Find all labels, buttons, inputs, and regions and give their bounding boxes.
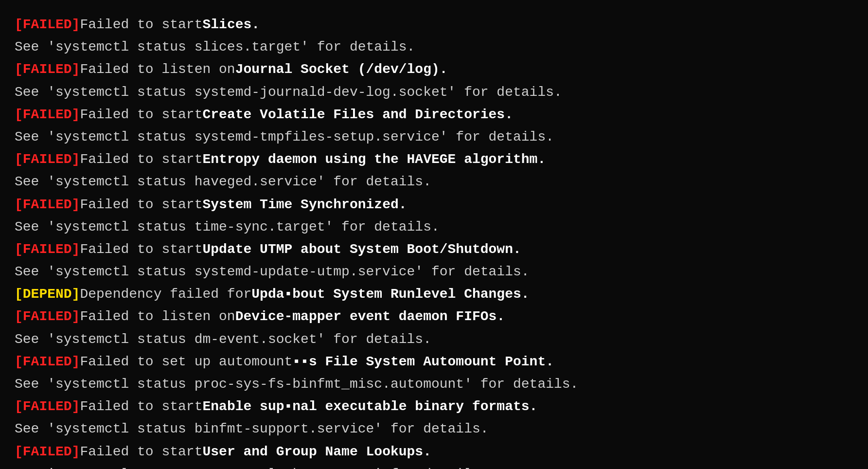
terminal-line: See 'systemctl status systemd-tmpfiles-s…: [15, 126, 853, 148]
terminal-line: See 'systemctl status dm-event.socket' f…: [15, 328, 853, 351]
terminal-line: [FAILED] Failed to start Update UTMP abo…: [15, 238, 853, 261]
terminal-line: [FAILED] Failed to set up automount ▪▪s …: [15, 351, 853, 373]
terminal-line: [DEPEND] Dependency failed for Upda▪bout…: [15, 283, 853, 306]
normal-text: Failed to start: [80, 194, 202, 216]
terminal-line: [FAILED] Failed to start Enable sup▪nal …: [15, 396, 853, 418]
normal-text: See 'systemctl status haveged.service' f…: [15, 171, 431, 193]
terminal-line: [FAILED] Failed to start Create Volatile…: [15, 104, 853, 126]
normal-text: Failed to listen on: [80, 306, 235, 328]
normal-text: See 'systemctl status slices.target' for…: [15, 36, 415, 58]
normal-text: See 'systemctl status systemd-update-utm…: [15, 261, 530, 283]
terminal-line: [FAILED] Failed to start Slices.: [15, 14, 853, 36]
bold-message: Upda▪bout System Runlevel Changes.: [251, 283, 529, 306]
normal-text: See 'systemctl status proc-sys-fs-binfmt…: [15, 373, 578, 396]
terminal-line: See 'systemctl status systemd-journald-d…: [15, 81, 853, 104]
failed-tag: [FAILED]: [15, 441, 80, 463]
terminal-line: [FAILED] Failed to listen on Device-mapp…: [15, 306, 853, 328]
depend-tag: [DEPEND]: [15, 283, 80, 306]
normal-text: Failed to start: [80, 396, 202, 418]
terminal-line: See 'systemctl status binfmt-support.ser…: [15, 418, 853, 440]
failed-tag: [FAILED]: [15, 306, 80, 328]
normal-text: See 'systemctl status nss-user-lookup.ta…: [15, 463, 489, 469]
normal-text: See 'systemctl status systemd-journald-d…: [15, 81, 562, 104]
terminal-line: See 'systemctl status systemd-update-utm…: [15, 261, 853, 283]
terminal-line: See 'systemctl status proc-sys-fs-binfmt…: [15, 373, 853, 396]
terminal-line: See 'systemctl status haveged.service' f…: [15, 171, 853, 193]
normal-text: Failed to start: [80, 148, 202, 171]
terminal-line: See 'systemctl status time-sync.target' …: [15, 216, 853, 238]
terminal-line: See 'systemctl status slices.target' for…: [15, 36, 853, 58]
bold-message: Update UTMP about System Boot/Shutdown.: [202, 238, 521, 261]
terminal-output: [FAILED] Failed to start Slices.See 'sys…: [0, 0, 868, 469]
bold-message: Journal Socket (/dev/log).: [235, 58, 448, 81]
failed-tag: [FAILED]: [15, 14, 80, 36]
failed-tag: [FAILED]: [15, 148, 80, 171]
terminal-line: See 'systemctl status nss-user-lookup.ta…: [15, 463, 853, 469]
normal-text: Failed to start: [80, 14, 202, 36]
failed-tag: [FAILED]: [15, 194, 80, 216]
terminal-line: [FAILED] Failed to listen on Journal Soc…: [15, 58, 853, 81]
bold-message: Device-mapper event daemon FIFOs.: [235, 306, 505, 328]
terminal-line: [FAILED] Failed to start Entropy daemon …: [15, 148, 853, 171]
normal-text: See 'systemctl status time-sync.target' …: [15, 216, 440, 238]
normal-text: Failed to start: [80, 238, 202, 261]
normal-text: Failed to start: [80, 441, 202, 463]
normal-text: See 'systemctl status systemd-tmpfiles-s…: [15, 126, 554, 148]
terminal-line: [FAILED] Failed to start System Time Syn…: [15, 194, 853, 216]
failed-tag: [FAILED]: [15, 351, 80, 373]
bold-message: User and Group Name Lookups.: [202, 441, 431, 463]
failed-tag: [FAILED]: [15, 396, 80, 418]
normal-text: Dependency failed for: [80, 283, 251, 306]
failed-tag: [FAILED]: [15, 238, 80, 261]
normal-text: Failed to listen on: [80, 58, 235, 81]
bold-message: System Time Synchronized.: [202, 194, 407, 216]
failed-tag: [FAILED]: [15, 104, 80, 126]
failed-tag: [FAILED]: [15, 58, 80, 81]
bold-message: Slices.: [202, 14, 260, 36]
bold-message: Enable sup▪nal executable binary formats…: [202, 396, 537, 418]
bold-message: ▪▪s File System Automount Point.: [292, 351, 554, 373]
bold-message: Entropy daemon using the HAVEGE algorith…: [202, 148, 546, 171]
normal-text: Failed to set up automount: [80, 351, 292, 373]
normal-text: Failed to start: [80, 104, 202, 126]
normal-text: See 'systemctl status binfmt-support.ser…: [15, 418, 489, 440]
normal-text: See 'systemctl status dm-event.socket' f…: [15, 328, 431, 351]
bold-message: Create Volatile Files and Directories.: [202, 104, 513, 126]
terminal-line: [FAILED] Failed to start User and Group …: [15, 441, 853, 463]
